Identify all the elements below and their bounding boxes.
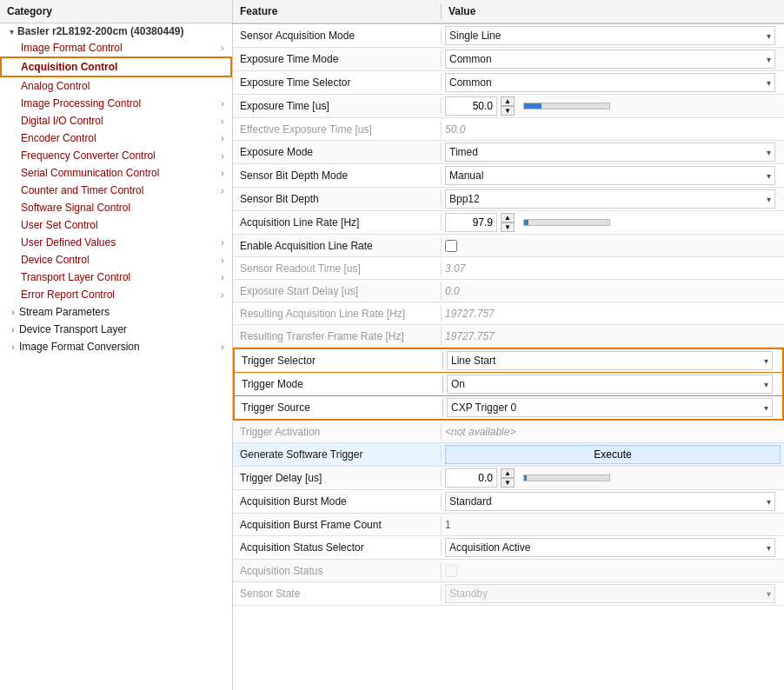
feature-label: Trigger Delay [us] xyxy=(233,469,442,487)
table-row: Generate Software Trigger Execute xyxy=(233,443,784,467)
tree-item-error-report-control[interactable]: Error Report Control › xyxy=(0,286,232,303)
table-row: Trigger Delay [us] ▲ ▼ xyxy=(233,467,784,490)
chevron-down-icon: ▾ xyxy=(767,148,771,157)
table-row: Exposure Time [us] ▲ ▼ xyxy=(233,95,784,118)
tree-item-device-control[interactable]: Device Control › xyxy=(0,251,232,269)
value-cell: Standard ▾ xyxy=(442,490,784,513)
dropdown-text: Manual xyxy=(449,169,767,182)
table-row: Trigger Selector Line Start ▾ xyxy=(235,349,782,373)
tree-item-digital-io-control[interactable]: Digital I/O Control › xyxy=(0,112,232,129)
table-row: Resulting Transfer Frame Rate [Hz] 19727… xyxy=(233,325,784,348)
chevron-down-icon: ▾ xyxy=(767,543,771,553)
chevron-right-icon: › xyxy=(7,325,19,335)
exposure-time-input[interactable] xyxy=(445,96,497,116)
spinner-up-button[interactable]: ▲ xyxy=(501,468,515,478)
exposure-time-selector-dropdown[interactable]: Common ▾ xyxy=(445,73,775,92)
chevron-down-icon: ▾ xyxy=(767,55,771,64)
value-cell: ▲ ▼ xyxy=(442,211,784,234)
feature-label: Generate Software Trigger xyxy=(233,446,442,463)
feature-label: Exposure Time Mode xyxy=(233,50,442,68)
acquisition-status-selector-dropdown[interactable]: Acquisition Active ▾ xyxy=(445,538,775,557)
arrow-right-icon: › xyxy=(216,255,229,265)
feature-label: Trigger Activation xyxy=(233,423,442,441)
tree-item-software-signal-control[interactable]: Software Signal Control xyxy=(0,199,232,216)
dropdown-text: On xyxy=(451,378,764,390)
static-value: 19727.757 xyxy=(445,308,495,320)
chevron-down-icon: ▾ xyxy=(5,27,17,36)
acquisition-line-rate-input[interactable] xyxy=(445,213,497,232)
tree-item-label: Image Format Conversion xyxy=(19,341,216,353)
feature-column-header: Feature xyxy=(233,3,442,19)
tree-item-user-set-control[interactable]: User Set Control xyxy=(0,216,232,234)
spinner-down-button[interactable]: ▼ xyxy=(501,478,515,488)
tree-item-label: Stream Parameters xyxy=(19,306,232,318)
table-row: Sensor Bit Depth Bpp12 ▾ xyxy=(233,188,784,211)
chevron-down-icon: ▾ xyxy=(767,171,771,181)
table-row: Trigger Mode On ▾ xyxy=(235,373,782,396)
arrow-right-icon: › xyxy=(216,342,229,352)
dropdown-text: Line Start xyxy=(451,355,764,367)
feature-label: Acquisition Burst Frame Count xyxy=(233,516,442,534)
table-row: Acquisition Status xyxy=(233,560,784,582)
grid-body: Sensor Acquisition Mode Single Line ▾ Ex… xyxy=(233,24,784,690)
sensor-bit-depth-dropdown[interactable]: Bpp12 ▾ xyxy=(445,189,775,209)
feature-label: Enable Acquisition Line Rate xyxy=(233,237,442,255)
slider-fill xyxy=(524,103,541,109)
tree-item-label: Error Report Control xyxy=(21,289,216,301)
acquisition-burst-mode-dropdown[interactable]: Standard ▾ xyxy=(445,492,775,511)
exposure-time-slider[interactable] xyxy=(523,103,610,109)
feature-label: Sensor Acquisition Mode xyxy=(233,27,442,44)
trigger-mode-dropdown[interactable]: On ▾ xyxy=(447,375,773,394)
tree-item-image-format-conversion[interactable]: › Image Format Conversion › xyxy=(0,338,232,355)
trigger-delay-input[interactable] xyxy=(445,468,497,488)
value-cell: Acquisition Active ▾ xyxy=(442,536,784,559)
tree-item-transport-layer-control[interactable]: Transport Layer Control › xyxy=(0,269,232,286)
sensor-bit-depth-mode-dropdown[interactable]: Manual ▾ xyxy=(445,166,775,185)
dropdown-text: Common xyxy=(449,76,767,89)
trigger-source-dropdown[interactable]: CXP Trigger 0 ▾ xyxy=(447,398,773,417)
tree-item-serial-communication-control[interactable]: Serial Communication Control › xyxy=(0,164,232,182)
enable-acquisition-line-rate-checkbox[interactable] xyxy=(445,240,457,252)
spinner-up-button[interactable]: ▲ xyxy=(501,213,515,222)
chevron-down-icon: ▾ xyxy=(764,380,768,389)
tree-root-basler[interactable]: ▾ Basler r2L8192-200cm (40380449) xyxy=(0,23,232,39)
tree-item-frequency-converter-control[interactable]: Frequency Converter Control › xyxy=(0,147,232,164)
tree-item-acquisition-control[interactable]: Acquisition Control xyxy=(0,56,232,77)
tree-item-image-processing-control[interactable]: Image Processing Control › xyxy=(0,95,232,112)
spinner-wrap: ▲ ▼ xyxy=(445,96,610,116)
tree-item-device-transport-layer[interactable]: › Device Transport Layer xyxy=(0,321,232,338)
orange-highlight-group: Trigger Selector Line Start ▾ Trigger Mo… xyxy=(233,348,784,421)
arrow-right-icon: › xyxy=(216,186,229,196)
execute-button[interactable]: Execute xyxy=(445,445,781,464)
value-column-header: Value xyxy=(442,3,784,19)
table-row: Acquisition Line Rate [Hz] ▲ ▼ xyxy=(233,211,784,235)
tree-item-label: Digital I/O Control xyxy=(21,115,216,127)
acquisition-line-rate-slider[interactable] xyxy=(523,219,610,226)
feature-label: Effective Exposure Time [us] xyxy=(233,121,442,138)
exposure-mode-dropdown[interactable]: Timed ▾ xyxy=(445,143,775,162)
table-row: Resulting Acquisition Line Rate [Hz] 197… xyxy=(233,302,784,325)
static-value: 3.07 xyxy=(445,262,465,275)
spinner-down-button[interactable]: ▼ xyxy=(501,222,515,232)
spinner-up-button[interactable]: ▲ xyxy=(501,96,515,106)
value-cell: Execute xyxy=(442,443,784,466)
tree-root-label: Basler r2L8192-200cm (40380449) xyxy=(17,25,183,37)
tree-item-stream-parameters[interactable]: › Stream Parameters xyxy=(0,303,232,321)
tree-item-image-format-control[interactable]: Image Format Control › xyxy=(0,39,232,56)
spinner-wrap: ▲ ▼ xyxy=(445,213,610,232)
trigger-selector-dropdown[interactable]: Line Start ▾ xyxy=(447,351,773,370)
tree-item-counter-timer-control[interactable]: Counter and Timer Control › xyxy=(0,182,232,199)
spinner-down-button[interactable]: ▼ xyxy=(501,106,515,116)
tree-item-analog-control[interactable]: Analog Control xyxy=(0,77,232,95)
exposure-time-mode-dropdown[interactable]: Common ▾ xyxy=(445,50,775,69)
sensor-acquisition-mode-dropdown[interactable]: Single Line ▾ xyxy=(445,26,775,45)
feature-label: Exposure Start Delay [us] xyxy=(233,282,442,300)
tree-item-encoder-control[interactable]: Encoder Control › xyxy=(0,129,232,147)
tree-item-user-defined-values[interactable]: User Defined Values › xyxy=(0,234,232,251)
arrow-right-icon: › xyxy=(216,290,229,300)
trigger-delay-slider[interactable] xyxy=(523,474,610,481)
feature-label: Acquisition Status Selector xyxy=(233,539,442,556)
table-row: Exposure Mode Timed ▾ xyxy=(233,141,784,164)
feature-label: Exposure Time [us] xyxy=(233,97,442,115)
value-cell: 19727.757 xyxy=(442,306,784,322)
